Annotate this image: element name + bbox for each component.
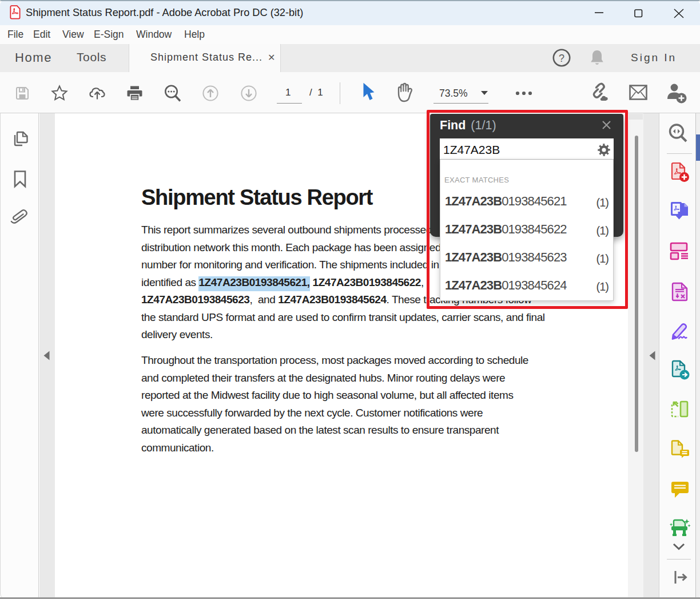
svg-text:?: ?	[559, 53, 564, 64]
